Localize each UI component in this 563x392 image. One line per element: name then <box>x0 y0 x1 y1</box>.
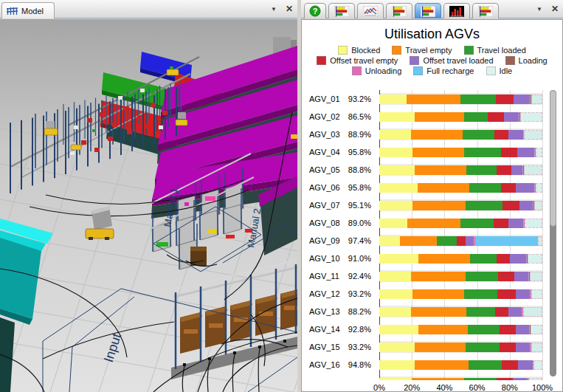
bar-segment-idle <box>536 148 542 157</box>
agv-label: AGV_15 <box>302 343 343 351</box>
agv-label: AGV_06 <box>302 183 343 192</box>
agv-row-AGV_05: AGV_0588.8% <box>302 161 562 179</box>
bar-segment-travel_empty <box>418 254 470 264</box>
agv-label: AGV_16 <box>302 360 343 369</box>
tab-model[interactable]: Model <box>1 2 55 18</box>
bar-chart-icon <box>392 6 407 17</box>
chart-close-icon[interactable]: ✕ <box>551 4 559 14</box>
agv-label: AGV_09 <box>302 236 343 245</box>
agv-utilization: 92.4% <box>343 272 371 281</box>
bar-segment-offset_travel_empty <box>497 378 513 381</box>
bar-segment-travel_loaded <box>460 94 496 104</box>
model-3d-viewport[interactable]: Manual 1 Manual 2 Input <box>0 19 297 392</box>
agv-utilization: 88.8% <box>343 165 371 174</box>
bar-segment-offset_travel_loaded <box>514 272 529 281</box>
bar-segment-blocked <box>379 254 418 264</box>
bar-segment-idle <box>524 130 542 140</box>
legend-item-blocked: Blocked <box>338 46 380 55</box>
bar-segment-travel_loaded <box>464 148 501 157</box>
bar-segment-travel_loaded <box>463 130 494 140</box>
agv-bar <box>379 128 542 140</box>
chart-tab-3-line-chart[interactable] <box>357 3 384 18</box>
chart-tab-5-bar-chart[interactable] <box>415 3 441 18</box>
chart-tabbar-tabs: ? <box>304 2 499 18</box>
bar-segment-blocked <box>379 236 400 246</box>
bar-segment-offset_travel_loaded <box>513 378 528 381</box>
legend-item-offset_travel_loaded: Offset travel loaded <box>410 56 493 65</box>
application-window: Model ▼ ✕ <box>0 0 563 392</box>
chart-tab-2-bar-chart[interactable] <box>328 3 355 18</box>
agv-row-AGV_16: AGV_1694.8% <box>302 356 562 374</box>
x-tick: 60% <box>465 383 490 392</box>
agv-utilization: 97.4% <box>343 236 371 245</box>
bar-segment-travel_loaded <box>464 378 497 381</box>
bar-segment-blocked <box>379 165 415 175</box>
model-close-icon[interactable]: ✕ <box>286 4 293 14</box>
model-tabbar: Model ▼ ✕ <box>0 0 297 18</box>
bar-segment-offset_travel_empty <box>501 148 517 157</box>
chart-tab-1-help[interactable]: ? <box>304 3 326 18</box>
agv-bar <box>379 111 542 123</box>
bar-segment-idle <box>525 219 542 228</box>
agv-row-AGV_15: AGV_1593.2% <box>302 338 562 356</box>
legend-label-loading: Loading <box>519 56 548 65</box>
chart-panel: Utilisation AGVs BlockedTravel emptyTrav… <box>301 19 563 392</box>
chart-tabbar: ? ▼ ✕ <box>301 0 563 18</box>
agv-row-AGV_10: AGV_1091.0% <box>302 250 562 267</box>
bar-segment-idle <box>528 254 542 264</box>
chart-window: ? ▼ ✕ Utilisation AGVs BlockedTravel emp… <box>301 0 563 392</box>
agv-bar <box>379 235 542 247</box>
legend-item-travel_empty: Travel empty <box>392 46 452 55</box>
bar-segment-blocked <box>379 307 411 317</box>
bar-segment-idle <box>538 236 542 246</box>
agv-utilization: 91.0% <box>343 254 371 263</box>
tab-list-dropdown-icon[interactable]: ▼ <box>271 6 277 13</box>
bar-segment-offset_travel_loaded <box>516 325 530 334</box>
bar-segment-offset_travel_loaded <box>516 183 535 193</box>
bar-segment-blocked <box>379 325 418 334</box>
bar-segment-blocked <box>379 378 412 381</box>
bar-segment-offset_travel_loaded <box>508 307 522 317</box>
x-tick: 0% <box>367 383 392 392</box>
legend-swatch-offset_travel_loaded <box>410 56 419 65</box>
agv-bar <box>379 146 542 158</box>
bar-chart-icon <box>421 6 435 17</box>
agv-bar <box>379 164 542 176</box>
agv-row-AGV_03: AGV_0388.9% <box>302 125 562 143</box>
bar-segment-idle <box>536 183 542 193</box>
bar-segment-blocked <box>379 201 412 210</box>
bar-segment-travel_loaded <box>469 183 501 193</box>
bar-segment-travel_empty <box>411 307 466 317</box>
bar-segment-idle <box>531 325 542 334</box>
bar-segment-travel_empty <box>407 94 460 104</box>
bar-segment-offset_travel_loaded <box>511 165 524 175</box>
svg-text:?: ? <box>313 7 318 16</box>
line-chart-icon <box>363 6 378 17</box>
chart-tab-4-bar-chart[interactable] <box>386 3 412 18</box>
bar-segment-offset_travel_loaded <box>516 289 531 299</box>
bar-segment-travel_empty <box>415 343 466 352</box>
agv-label: AGV_14 <box>302 325 343 334</box>
bar-chart-icon <box>334 6 349 17</box>
bar-segment-idle <box>524 165 542 175</box>
bar-segment-travel_empty <box>415 112 464 122</box>
agv-bar <box>379 288 542 300</box>
chart-title: Utilisation AGVs <box>302 27 562 42</box>
agv-row-AGV_09: AGV_0997.4% <box>302 232 562 250</box>
agv-row-AGV_11: AGV_1192.4% <box>302 267 562 285</box>
bar-segment-travel_loaded <box>468 325 500 334</box>
chart-tab-list-dropdown-icon[interactable]: ▼ <box>536 6 542 13</box>
chart-rows: AGV_0193.2%AGV_0286.5%AGV_0388.9%AGV_049… <box>302 90 562 380</box>
chart-legend: BlockedTravel emptyTravel loadedOffset t… <box>302 46 562 75</box>
chart-tab-7-bar-chart[interactable] <box>472 3 499 18</box>
chart-tab-6-histogram[interactable] <box>443 3 470 18</box>
bar-segment-idle <box>530 272 542 281</box>
legend-item-idle: Idle <box>486 66 513 75</box>
bar-segment-offset_travel_loaded <box>519 201 533 210</box>
bar-segment-travel_loaded <box>466 201 502 210</box>
bar-segment-travel_loaded <box>464 289 497 299</box>
bar-segment-blocked <box>379 272 411 281</box>
bar-segment-blocked <box>379 343 415 352</box>
agv-label: AGV_08 <box>302 219 343 227</box>
agv-bar <box>379 270 542 282</box>
